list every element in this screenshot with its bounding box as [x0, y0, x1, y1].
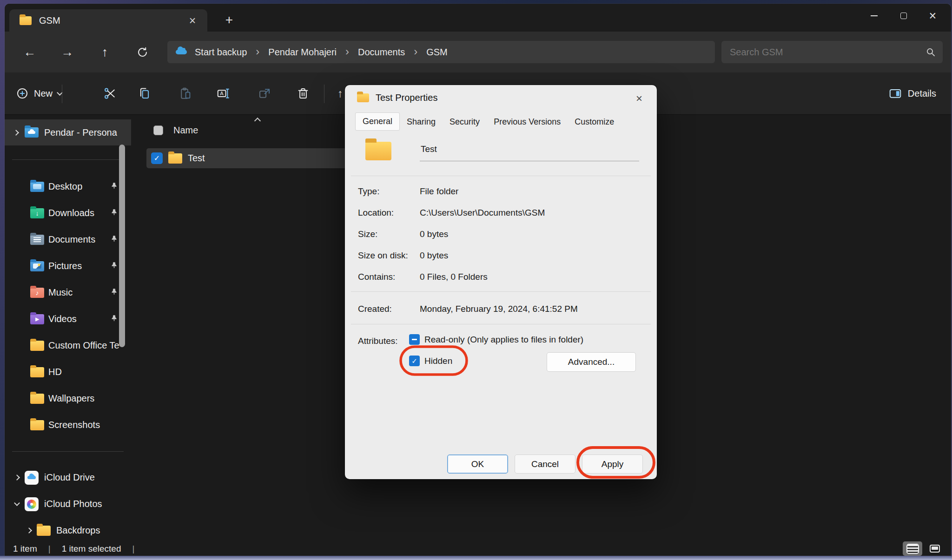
hidden-checkbox[interactable]: ✓ — [409, 356, 420, 366]
properties-dialog: Test Properties × General Sharing Securi… — [345, 85, 657, 479]
thumbnail-view-icon — [930, 545, 940, 553]
sidebar-item-desktop[interactable]: Desktop — [5, 173, 131, 200]
properties-rows: Type: File folder Location: C:\Users\Use… — [358, 181, 644, 288]
details-view-icon — [907, 545, 918, 553]
select-all-checkbox[interactable] — [153, 125, 163, 135]
tab-general[interactable]: General — [355, 112, 400, 131]
sidebar-item-custom-office[interactable]: Custom Office Te — [5, 332, 131, 359]
pin-icon — [110, 234, 118, 245]
sidebar-divider — [5, 145, 131, 173]
row-checkbox[interactable]: ✓ — [151, 152, 163, 164]
refresh-button[interactable] — [130, 41, 155, 63]
property-row-size-on-disk: Size on disk: 0 bytes — [358, 245, 644, 266]
back-button[interactable]: ← — [17, 41, 42, 63]
breadcrumb[interactable]: Start backup › Pendar Mohajeri › Documen… — [167, 41, 715, 63]
pin-icon — [110, 287, 118, 298]
property-row-type: Type: File folder — [358, 181, 644, 202]
delete-button[interactable] — [290, 80, 316, 106]
attributes-label: Attributes: — [358, 336, 398, 346]
new-tab-button[interactable]: + — [219, 11, 239, 29]
new-button-label: New — [34, 88, 53, 99]
cancel-button[interactable]: Cancel — [515, 455, 575, 474]
thumbnail-view-button[interactable] — [925, 541, 945, 556]
sidebar-item-screenshots[interactable]: Screenshots — [5, 412, 131, 438]
paste-icon — [178, 86, 192, 100]
folder-icon — [30, 394, 44, 404]
property-row-size: Size: 0 bytes — [358, 224, 644, 245]
icloud-drive-icon — [25, 471, 39, 485]
property-row-location: Location: C:\Users\User\Documents\GSM — [358, 202, 644, 224]
sidebar-item-documents[interactable]: Documents — [5, 226, 131, 253]
sidebar-item-icloud-photos[interactable]: iCloud Photos — [5, 491, 131, 517]
nav-buttons: ← → ↑ — [5, 41, 167, 63]
sidebar-item-wallpapers[interactable]: Wallpapers — [5, 385, 131, 412]
tab-close-icon[interactable]: × — [185, 13, 200, 28]
sidebar-item-hd[interactable]: HD — [5, 359, 131, 385]
desktop-folder-icon — [30, 182, 44, 192]
column-header-name[interactable]: Name — [153, 125, 198, 136]
explorer-tab-gsm[interactable]: GSM × — [9, 9, 207, 32]
trash-icon — [296, 86, 310, 100]
onedrive-folder-icon — [25, 127, 39, 138]
copy-button[interactable] — [132, 80, 158, 106]
pin-icon — [110, 314, 118, 324]
rename-button[interactable]: A — [210, 80, 236, 106]
details-pane-button[interactable]: Details — [888, 86, 936, 100]
sort-ascending-icon — [254, 118, 261, 124]
tab-security[interactable]: Security — [443, 113, 487, 131]
dialog-title: Test Properties — [376, 92, 437, 103]
details-label: Details — [908, 88, 936, 99]
folder-name-field[interactable]: Test — [420, 141, 639, 161]
tab-customize[interactable]: Customize — [568, 113, 621, 131]
breadcrumb-segment-gsm[interactable]: GSM — [426, 47, 448, 58]
details-view-button[interactable] — [903, 541, 922, 556]
music-note-glyph: ♪ — [30, 288, 44, 298]
scissors-icon — [103, 86, 117, 100]
apply-button[interactable]: Apply — [582, 455, 643, 474]
readonly-checkbox[interactable] — [409, 334, 420, 345]
up-button[interactable]: ↑ — [92, 41, 117, 63]
photos-flower-icon — [27, 500, 36, 509]
dialog-close-button[interactable]: × — [631, 91, 648, 106]
cut-button[interactable] — [97, 80, 123, 106]
chevron-right-icon: › — [253, 45, 262, 59]
search-input[interactable] — [730, 47, 925, 58]
search-box[interactable] — [721, 41, 943, 63]
sidebar-item-downloads[interactable]: ↓ Downloads — [5, 200, 131, 226]
toolbar-divider — [324, 85, 324, 103]
advanced-button[interactable]: Advanced... — [547, 352, 636, 372]
sidebar-divider — [5, 438, 131, 464]
sidebar-item-pictures[interactable]: Pictures — [5, 253, 131, 279]
sidebar-item-videos[interactable]: ▶ Videos — [5, 306, 131, 332]
forward-button[interactable]: → — [55, 41, 80, 63]
onedrive-cloud-icon — [176, 50, 187, 54]
share-button[interactable] — [251, 80, 278, 106]
sidebar-scrollbar[interactable] — [119, 145, 125, 347]
play-glyph: ▶ — [30, 314, 44, 324]
chevron-down-icon — [14, 500, 20, 506]
maximize-icon — [900, 13, 907, 19]
paste-button[interactable] — [172, 80, 198, 106]
close-button[interactable]: × — [918, 4, 947, 28]
readonly-attribute-row: Read-only (Only applies to files in fold… — [409, 334, 583, 345]
view-toggles — [903, 541, 945, 556]
details-pane-icon — [888, 86, 902, 100]
maximize-button[interactable] — [889, 4, 918, 28]
sidebar-item-backdrops[interactable]: Backdrops — [5, 517, 131, 541]
breadcrumb-start-backup[interactable]: Start backup — [195, 47, 247, 58]
sidebar-item-onedrive-root[interactable]: Pendar - Persona — [5, 119, 131, 145]
minimize-button[interactable] — [859, 4, 889, 28]
sidebar-item-icloud-drive[interactable]: iCloud Drive — [5, 464, 131, 491]
tab-previous-versions[interactable]: Previous Versions — [487, 113, 568, 131]
ok-button[interactable]: OK — [447, 455, 508, 474]
folder-icon — [30, 367, 44, 377]
tab-sharing[interactable]: Sharing — [400, 113, 443, 131]
hidden-label: Hidden — [424, 356, 452, 366]
new-button[interactable]: New — [16, 87, 62, 100]
breadcrumb-segment-user[interactable]: Pendar Mohajeri — [268, 47, 337, 58]
breadcrumb-segment-documents[interactable]: Documents — [358, 47, 405, 58]
pin-icon — [110, 181, 118, 192]
property-row-created: Created: Monday, February 19, 2024, 6:41… — [358, 300, 644, 318]
navigation-sidebar: Pendar - Persona Desktop ↓ Downloads Doc… — [5, 115, 131, 541]
sidebar-item-music[interactable]: ♪ Music — [5, 279, 131, 306]
